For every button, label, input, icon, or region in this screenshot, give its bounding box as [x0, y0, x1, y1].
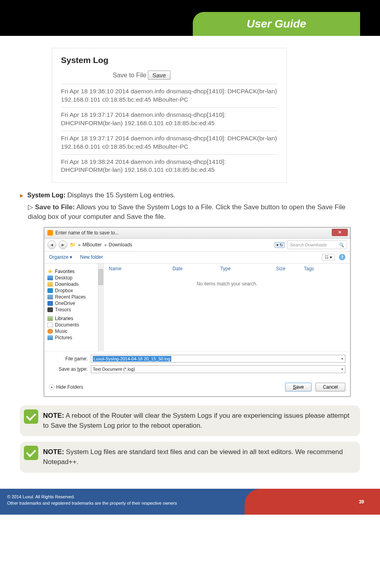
note-text: A reboot of the Router will clear the Sy… — [43, 412, 349, 429]
saveas-field[interactable]: Text Document (*.log) ▾ — [91, 365, 345, 373]
bullet-system-log: ▶ System Log: Displays the 15 System Log… — [20, 191, 360, 199]
nav-forward-button[interactable]: ► — [59, 240, 67, 249]
chevron-down-icon[interactable]: ▾ — [341, 367, 343, 371]
star-icon — [47, 269, 53, 274]
checkmark-icon — [24, 409, 38, 424]
save-button[interactable]: Save — [148, 71, 170, 80]
bullet-desc: Allows you to Save the System Logs to a … — [28, 203, 345, 220]
log-entry: Fri Apr 18 19:37:17 2014 daemon.info dns… — [61, 131, 278, 154]
header-title: User Guide — [247, 18, 306, 30]
breadcrumb-dropdown[interactable]: ▾ ↻ — [274, 242, 285, 248]
tree-tresors[interactable]: Tresors — [46, 307, 102, 313]
save-file-dialog: Enter name of file to save to... ✕ ◄ ► 📁… — [44, 227, 351, 397]
page-number: 39 — [359, 498, 364, 505]
filename-label: File name: — [49, 356, 91, 362]
triangle-icon: ▷ — [28, 203, 33, 211]
dialog-titlebar: Enter name of file to save to... ✕ — [44, 228, 350, 239]
tree-onedrive[interactable]: OneDrive — [46, 300, 102, 307]
tree-desktop[interactable]: Desktop — [46, 275, 102, 281]
new-folder-button[interactable]: New folder — [80, 254, 103, 260]
file-list: Name Date Type Size Tags No items match … — [104, 264, 350, 351]
log-entry: Fri Apr 18 19:38:24 2014 daemon.info dns… — [61, 154, 278, 178]
tree-favorites[interactable]: Favorites — [46, 268, 102, 275]
system-log-heading: System Log — [61, 55, 278, 65]
page-header: User Guide — [0, 0, 380, 36]
crumb-segment[interactable]: MBoulter — [82, 242, 102, 248]
saveas-label: Save as type: — [49, 366, 91, 372]
col-tags[interactable]: Tags — [304, 266, 328, 271]
folder-tree: Favorites Desktop Downloads Dropbox Rece… — [44, 264, 104, 351]
help-button[interactable]: ? — [339, 254, 345, 260]
nav-back-button[interactable]: ◄ — [47, 240, 56, 249]
chevron-up-icon: ▴ — [49, 384, 55, 390]
col-type[interactable]: Type — [220, 266, 276, 271]
hide-folders-button[interactable]: ▴ Hide Folders — [49, 384, 83, 390]
crumb-segment[interactable]: Downloads — [109, 242, 132, 248]
checkmark-icon — [24, 446, 38, 460]
documents-icon — [47, 323, 53, 327]
tree-dropbox[interactable]: Dropbox — [46, 287, 102, 294]
bullet-save-to-file: ▷ Save to File: Allows you to Save the S… — [28, 203, 360, 222]
tree-recent[interactable]: Recent Places — [46, 294, 102, 300]
system-log-panel: System Log Save to File Save Fri Apr 18 … — [52, 48, 287, 183]
dialog-toolbar: Organize ▾ New folder ☷ ▾ ? — [44, 252, 350, 264]
tree-libraries[interactable]: Libraries — [46, 315, 102, 322]
tresors-icon — [47, 307, 53, 312]
view-button[interactable]: ☷ ▾ — [322, 254, 335, 261]
search-input[interactable]: Search Downloads 🔍 — [287, 240, 347, 249]
close-button[interactable]: ✕ — [332, 229, 348, 236]
tree-downloads[interactable]: Downloads — [46, 281, 102, 287]
save-to-file-label: Save to File — [113, 72, 146, 79]
music-icon — [47, 329, 53, 334]
desktop-icon — [47, 275, 53, 280]
saveas-value: Text Document (*.log) — [93, 367, 135, 372]
dialog-cancel-button[interactable]: Cancel — [315, 383, 345, 391]
filename-value: Luxul-Syslog-2014-04-18 20_15_50.log — [93, 356, 171, 362]
firefox-icon — [47, 230, 53, 236]
folder-icon: 📁 — [70, 242, 76, 248]
search-placeholder: Search Downloads — [290, 242, 327, 247]
note-textfile: NOTE: System Log files are standard text… — [20, 442, 360, 472]
chevron-down-icon[interactable]: ▾ — [341, 357, 343, 361]
note-reboot: NOTE: A reboot of the Router will clear … — [20, 405, 360, 436]
page-footer: © 2014 Luxul. All Rights Reserved. Other… — [0, 489, 380, 515]
col-size[interactable]: Size — [276, 266, 304, 271]
tree-pictures[interactable]: Pictures — [46, 334, 102, 341]
dialog-title: Enter name of file to save to... — [55, 230, 119, 236]
bullet-label: Save to File: — [35, 203, 75, 211]
dialog-save-button[interactable]: Save — [285, 383, 311, 391]
folder-icon — [47, 282, 53, 287]
col-name[interactable]: Name — [109, 266, 172, 271]
header-tab: User Guide — [193, 12, 360, 36]
log-entry: Fri Apr 18 19:36:10 2014 daemon.info dns… — [61, 84, 278, 107]
recent-icon — [47, 295, 53, 299]
bullet-label: System Log: — [27, 192, 65, 199]
pictures-icon — [47, 335, 53, 340]
empty-message: No items match your search. — [109, 281, 345, 287]
bullet-desc: Displays the 15 System Log entries. — [67, 191, 175, 199]
note-label: NOTE: — [43, 448, 64, 456]
onedrive-icon — [47, 301, 53, 306]
note-label: NOTE: — [43, 412, 64, 419]
libraries-icon — [47, 316, 53, 321]
scrollbar-thumb[interactable] — [98, 269, 103, 285]
col-date[interactable]: Date — [172, 266, 220, 271]
tree-music[interactable]: Music — [46, 328, 102, 334]
note-text: System Log files are standard text files… — [43, 448, 343, 466]
log-entry: Fri Apr 18 19:37:17 2014 daemon.info dns… — [61, 107, 278, 131]
organize-button[interactable]: Organize ▾ — [49, 254, 72, 260]
dialog-address-bar: ◄ ► 📁 ▸MBoulter ▸Downloads ▾ ↻ Search Do… — [44, 239, 350, 252]
tree-documents[interactable]: Documents — [46, 322, 102, 328]
triangle-icon: ▶ — [20, 193, 23, 198]
dropbox-icon — [47, 288, 53, 293]
filename-field[interactable]: Luxul-Syslog-2014-04-18 20_15_50.log ▾ — [91, 355, 345, 363]
breadcrumb[interactable]: 📁 ▸MBoulter ▸Downloads — [70, 242, 272, 248]
search-icon: 🔍 — [339, 242, 344, 248]
